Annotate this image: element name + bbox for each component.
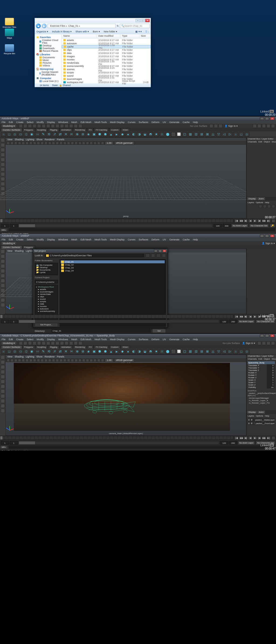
sidebar-item[interactable]: Documents <box>36 56 60 59</box>
menu-item[interactable]: Windows <box>58 338 68 341</box>
col-size[interactable]: Size <box>139 34 150 38</box>
tool-button[interactable] <box>1 404 5 408</box>
shelf-tab[interactable]: Custom <box>109 345 120 349</box>
sidebar-homegroup[interactable]: 🏠 Homegroup <box>36 68 60 70</box>
shelf-icon[interactable]: ◆ <box>120 132 125 137</box>
sidebar-computer[interactable]: 💻 Computer <box>36 77 60 80</box>
shelf-icon[interactable]: ◆ <box>120 349 125 354</box>
shelf-icon[interactable]: ⬤ <box>165 349 170 354</box>
menu-item[interactable]: Modify <box>37 238 44 241</box>
shelf-icon[interactable]: ● <box>126 349 130 354</box>
shelf-icon[interactable]: ▷ <box>227 349 232 354</box>
tool-button[interactable] <box>1 264 5 268</box>
shelf-icon[interactable]: ☆ <box>160 132 164 137</box>
shelf-icon[interactable]: ★ <box>154 132 159 137</box>
sidebar-item[interactable]: Creative Cloud Files <box>36 39 60 44</box>
shelf-icon[interactable]: ◈ <box>86 132 91 137</box>
shelf-tab[interactable]: Sculpting <box>35 128 48 131</box>
sidebar-item[interactable]: Recent Places <box>36 50 60 52</box>
shelf-tab[interactable]: Sculpting <box>35 345 48 349</box>
view-options-button[interactable]: ▦ ▾ <box>135 30 142 33</box>
menu-item[interactable]: Deform <box>151 121 160 124</box>
channel-row[interactable]: Rotate Z0 <box>248 376 275 379</box>
shelf-icon[interactable]: □ <box>239 132 244 137</box>
menu-item[interactable]: Select <box>27 338 33 341</box>
menu-item[interactable]: Display <box>47 121 55 124</box>
shelf-icon[interactable]: ⟲ <box>46 132 51 137</box>
menu-item[interactable]: Mesh <box>71 121 77 124</box>
menu-item[interactable]: UV <box>163 121 166 124</box>
set-button[interactable]: Set <box>152 329 166 333</box>
close-button[interactable]: ✕ <box>145 19 150 22</box>
menu-item[interactable]: File <box>2 238 6 241</box>
sidebar-item[interactable]: George Maestri (RUBBERBU <box>36 71 60 76</box>
tool-button[interactable] <box>1 269 5 273</box>
time-slider[interactable] <box>0 219 233 223</box>
menu-item[interactable]: Curves <box>128 338 136 341</box>
tool-button[interactable] <box>1 259 5 263</box>
menu-item[interactable]: Generate <box>169 338 180 341</box>
shelf-icon[interactable]: ▢ <box>182 132 187 137</box>
tool-button[interactable] <box>1 177 5 181</box>
shelf-icon[interactable]: ⊟ <box>199 132 204 137</box>
shelf-icon[interactable]: ⊡ <box>194 349 198 354</box>
tool-button[interactable] <box>1 187 5 191</box>
shelf-icon[interactable]: ◇ <box>244 132 249 137</box>
shelf-icon[interactable]: ⊖ <box>80 349 85 354</box>
menu-item[interactable]: Curves <box>128 121 136 124</box>
tool-button[interactable] <box>1 182 5 186</box>
menu-item[interactable]: Modify <box>37 338 44 341</box>
menu-item[interactable]: Mesh Tools <box>95 338 107 341</box>
forward-button[interactable]: ▶ <box>42 23 47 28</box>
desktop-icon-recycle-bin[interactable]: Recycle Bin <box>2 44 17 55</box>
minimize-button[interactable]: ─ <box>136 19 140 22</box>
range-end-outer[interactable]: 200 <box>223 224 231 227</box>
menu-item[interactable]: Deform <box>151 238 160 241</box>
menu-item[interactable]: Windows <box>58 121 68 124</box>
shelf-icon[interactable]: ◉ <box>29 132 34 137</box>
tool-button[interactable] <box>1 409 5 413</box>
minimize-button[interactable]: ─ <box>260 117 264 120</box>
tool-button[interactable] <box>1 138 5 142</box>
shelf-tab[interactable]: Custom <box>109 128 120 131</box>
menu-item[interactable]: Mesh <box>71 238 77 241</box>
tool-button[interactable] <box>1 389 5 393</box>
channel-row[interactable]: Scale Y1 <box>248 381 275 384</box>
tool-button[interactable] <box>1 167 5 171</box>
menu-item[interactable]: Mesh Display <box>110 338 125 341</box>
shelf-icon[interactable]: □ <box>7 132 12 137</box>
shelf-tab[interactable]: XGen <box>121 345 130 349</box>
shelf-icon[interactable]: ⟲ <box>46 349 51 354</box>
desktop-icon-maya[interactable]: Maya <box>2 29 17 39</box>
menu-item[interactable]: Generate <box>169 238 180 241</box>
shelf-icon[interactable]: ☆ <box>160 349 164 354</box>
sidebar-item[interactable]: Local Disk (C:) <box>36 80 60 83</box>
audio-toggle[interactable] <box>272 219 275 223</box>
menu-item[interactable]: Modify <box>37 121 44 124</box>
set-project-inner-button[interactable]: Set Project... <box>35 323 58 327</box>
menu-item[interactable]: Mesh Display <box>110 121 125 124</box>
help-button[interactable]: ⍰ <box>146 30 149 33</box>
shelf-tab[interactable]: Rendering <box>73 345 87 349</box>
workspace-dropdown[interactable]: Modeling ▾ <box>1 124 17 128</box>
menu-item[interactable]: Display <box>47 238 55 241</box>
share-menu[interactable]: Share with <box>75 30 89 33</box>
shelf-icon[interactable]: ⬯ <box>24 132 29 137</box>
shelf-icon[interactable]: ★ <box>154 349 159 354</box>
menu-item[interactable]: Help <box>193 121 198 124</box>
shelf-tab[interactable]: Rigging <box>48 128 59 131</box>
col-type[interactable]: Type <box>120 34 139 38</box>
close-button[interactable]: ✕ <box>270 117 274 120</box>
menu-item[interactable]: File <box>2 338 6 341</box>
maximize-button[interactable]: □ <box>140 19 145 22</box>
shelf-icon[interactable]: 〰 <box>35 132 40 137</box>
menu-item[interactable]: Edit Mesh <box>81 338 91 341</box>
shelf-icon[interactable]: ● <box>126 132 130 137</box>
shelf-icon[interactable]: ► <box>114 132 119 137</box>
menu-item[interactable]: Surfaces <box>139 121 149 124</box>
shelf-tab[interactable]: Animation <box>60 128 73 131</box>
menu-item[interactable]: Cache <box>183 121 190 124</box>
shelf-icon[interactable]: ◐ <box>131 349 136 354</box>
shelf-icon[interactable]: ⬢ <box>97 132 102 137</box>
chapter-item[interactable]: Chap_04 <box>61 269 165 272</box>
